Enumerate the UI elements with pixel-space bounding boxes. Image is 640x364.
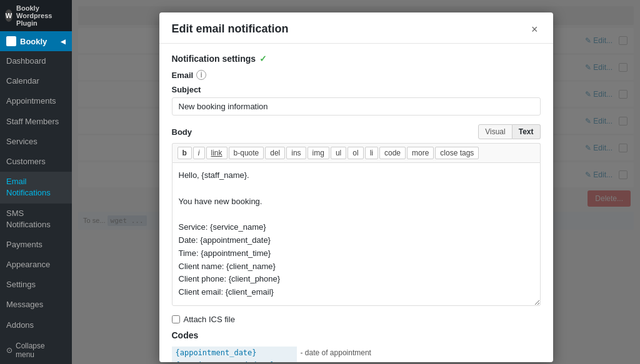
sidebar-item-staff-members[interactable]: Staff Members <box>0 112 72 132</box>
sidebar-item-calendar[interactable]: Calendar <box>0 71 72 91</box>
modal-overlay: Edit email notification × Notification s… <box>72 0 640 364</box>
toolbar-li[interactable]: li <box>365 147 378 159</box>
bookly-header[interactable]: Bookly ◀ <box>0 31 72 51</box>
toolbar-link[interactable]: link <box>206 147 228 159</box>
notification-check-icon: ✓ <box>259 54 267 64</box>
sidebar-item-messages[interactable]: Messages <box>0 295 72 315</box>
codes-table-row: {appointment_date} - date of appointment <box>172 347 541 359</box>
bookly-icon <box>6 36 16 46</box>
collapse-label: Collapse menu <box>16 342 66 359</box>
sidebar-toggle-arrow[interactable]: ◀ <box>61 38 66 45</box>
notification-settings-heading: Notification settings ✓ <box>172 54 541 64</box>
modal-body: Notification settings ✓ Email i Subject … <box>159 44 553 362</box>
attach-ics-checkbox[interactable] <box>172 315 180 323</box>
sidebar-nav: Dashboard Calendar Appointments Staff Me… <box>0 51 72 337</box>
codes-table-description: - end date of appointment <box>297 359 541 362</box>
toolbar-ins[interactable]: ins <box>286 147 306 159</box>
app-title: Bookly Wordpress Plugin <box>16 4 67 27</box>
body-toggle: Visual Text <box>478 124 540 139</box>
toolbar-italic[interactable]: i <box>193 147 205 159</box>
wordpress-icon: W <box>5 9 12 22</box>
body-group: Body Visual Text b i link b-quote del in <box>172 124 541 306</box>
sidebar-item-payments[interactable]: Payments <box>0 235 72 255</box>
sidebar-item-sms-notifications[interactable]: SMS Notifications <box>0 204 72 235</box>
sidebar-item-dashboard[interactable]: Dashboard <box>0 51 72 71</box>
codes-table-code: {appointment_date} <box>172 347 297 359</box>
collapse-menu-button[interactable]: ⊙ Collapse menu <box>0 337 72 364</box>
modal-title: Edit email notification <box>172 22 289 36</box>
attach-ics-row: Attach ICS file <box>172 315 541 324</box>
body-label-row: Body Visual Text <box>172 124 541 139</box>
editor-body[interactable]: Hello, {staff_name}. You have new bookin… <box>172 162 541 306</box>
sidebar-item-addons[interactable]: Addons <box>0 315 72 335</box>
modal-close-button[interactable]: × <box>529 24 541 35</box>
modal-header: Edit email notification × <box>159 12 553 44</box>
sidebar-item-appointments[interactable]: Appointments <box>0 91 72 111</box>
edit-email-notification-modal: Edit email notification × Notification s… <box>159 12 553 362</box>
email-subheading: Email i <box>172 70 541 80</box>
sidebar: W Bookly Wordpress Plugin Bookly ◀ Dashb… <box>0 0 72 364</box>
email-info-icon: i <box>196 70 206 80</box>
collapse-icon: ⊙ <box>6 346 12 355</box>
codes-section: Codes {appointment_date} - date of appoi… <box>172 330 541 362</box>
toolbar-ol[interactable]: ol <box>348 147 363 159</box>
toolbar-more[interactable]: more <box>407 147 434 159</box>
main-content: ✎ Edit... ✎ Edit... ✎ Edit... ✎ Edit... … <box>72 0 640 364</box>
toolbar-ul[interactable]: ul <box>331 147 346 159</box>
subject-input[interactable] <box>172 97 541 116</box>
toolbar-bquote[interactable]: b-quote <box>229 147 264 159</box>
visual-toggle-button[interactable]: Visual <box>478 124 512 139</box>
codes-table-description: - date of appointment <box>297 347 541 359</box>
codes-table-row: {appointment_end_date} - end date of app… <box>172 359 541 362</box>
subject-group: Subject <box>172 85 541 116</box>
toolbar-code[interactable]: code <box>379 147 406 159</box>
sidebar-item-customers[interactable]: Customers <box>0 152 72 172</box>
attach-ics-label[interactable]: Attach ICS file <box>184 315 235 324</box>
body-label: Body <box>172 127 192 137</box>
notification-settings-label: Notification settings <box>172 54 256 64</box>
toolbar-del[interactable]: del <box>265 147 285 159</box>
codes-table: {appointment_date} - date of appointment… <box>172 347 541 362</box>
toolbar-close-tags[interactable]: close tags <box>435 147 479 159</box>
text-toggle-button[interactable]: Text <box>512 124 541 139</box>
email-label: Email <box>172 71 194 80</box>
bookly-label: Bookly <box>20 37 47 46</box>
sidebar-item-appearance[interactable]: Appearance <box>0 255 72 275</box>
sidebar-item-settings[interactable]: Settings <box>0 275 72 295</box>
editor-toolbar: b i link b-quote del ins img ul ol li co… <box>172 143 541 162</box>
sidebar-item-email-notifications[interactable]: Email Notifications <box>0 172 72 203</box>
toolbar-img[interactable]: img <box>308 147 329 159</box>
sidebar-item-services[interactable]: Services <box>0 132 72 152</box>
subject-label: Subject <box>172 85 541 94</box>
sidebar-wp-header: W Bookly Wordpress Plugin <box>0 0 72 31</box>
toolbar-bold[interactable]: b <box>178 147 192 159</box>
codes-table-code: {appointment_end_date} <box>172 359 297 362</box>
codes-heading: Codes <box>172 330 541 340</box>
